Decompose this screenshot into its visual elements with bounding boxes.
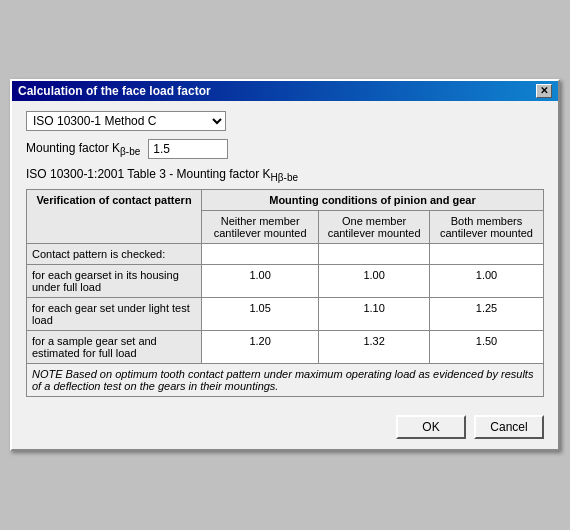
row-val1-2: 1.10 xyxy=(319,298,430,331)
method-row: ISO 10300-1 Method C xyxy=(26,111,544,131)
row-val0-0 xyxy=(202,244,319,265)
row-val2-0 xyxy=(429,244,543,265)
method-select-wrapper: ISO 10300-1 Method C xyxy=(26,111,226,131)
method-select[interactable]: ISO 10300-1 Method C xyxy=(26,111,226,131)
row-val0-3: 1.20 xyxy=(202,331,319,364)
table-title-text: ISO 10300-1:2001 Table 3 - Mounting fact… xyxy=(26,167,271,181)
col-header-one: One member cantilever mounted xyxy=(319,211,430,244)
row-label-2: for each gear set under light test load xyxy=(27,298,202,331)
row-label-3: for a sample gear set and estimated for … xyxy=(27,331,202,364)
row-label-1: for each gearset in its housing under fu… xyxy=(27,265,202,298)
factor-subscript: β-be xyxy=(120,146,140,157)
table-row: for each gearset in its housing under fu… xyxy=(27,265,544,298)
title-bar: Calculation of the face load factor ✕ xyxy=(12,81,558,101)
row-val1-1: 1.00 xyxy=(319,265,430,298)
factor-input[interactable] xyxy=(148,139,228,159)
col-header-mounting: Mounting conditions of pinion and gear xyxy=(202,190,544,211)
close-button[interactable]: ✕ xyxy=(536,84,552,98)
table-title: ISO 10300-1:2001 Table 3 - Mounting fact… xyxy=(26,167,544,183)
button-row: OK Cancel xyxy=(12,407,558,449)
mounting-factor-table: Verification of contact pattern Mounting… xyxy=(26,189,544,397)
dialog-face-load-factor: Calculation of the face load factor ✕ IS… xyxy=(10,79,560,451)
dialog-title: Calculation of the face load factor xyxy=(18,84,211,98)
note-row: NOTE Based on optimum tooth contact patt… xyxy=(27,364,544,397)
row-val0-1: 1.00 xyxy=(202,265,319,298)
table-row: for a sample gear set and estimated for … xyxy=(27,331,544,364)
note-text: NOTE Based on optimum tooth contact patt… xyxy=(27,364,544,397)
dialog-content: ISO 10300-1 Method C Mounting factor Kβ-… xyxy=(12,101,558,407)
table-row: Contact pattern is checked: xyxy=(27,244,544,265)
row-val2-2: 1.25 xyxy=(429,298,543,331)
col-header-verification: Verification of contact pattern xyxy=(27,190,202,244)
row-val1-3: 1.32 xyxy=(319,331,430,364)
factor-row: Mounting factor Kβ-be xyxy=(26,139,544,159)
row-val2-3: 1.50 xyxy=(429,331,543,364)
col-header-neither: Neither member cantilever mounted xyxy=(202,211,319,244)
table-title-sub: Hβ-be xyxy=(271,172,298,183)
row-label-0: Contact pattern is checked: xyxy=(27,244,202,265)
ok-button[interactable]: OK xyxy=(396,415,466,439)
row-val2-1: 1.00 xyxy=(429,265,543,298)
table-row: for each gear set under light test load … xyxy=(27,298,544,331)
col-header-both: Both members cantilever mounted xyxy=(429,211,543,244)
row-val1-0 xyxy=(319,244,430,265)
cancel-button[interactable]: Cancel xyxy=(474,415,544,439)
factor-label: Mounting factor Kβ-be xyxy=(26,141,140,157)
row-val0-2: 1.05 xyxy=(202,298,319,331)
